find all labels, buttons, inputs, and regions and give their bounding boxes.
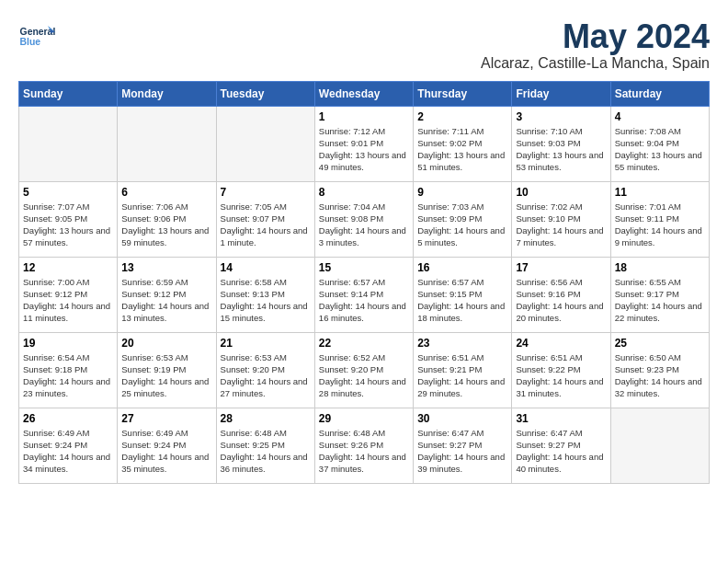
month-title: May 2024 — [481, 18, 710, 55]
calendar-cell: 26Sunrise: 6:49 AMSunset: 9:24 PMDayligh… — [19, 408, 118, 483]
calendar-cell: 16Sunrise: 6:57 AMSunset: 9:15 PMDayligh… — [414, 257, 512, 332]
calendar-cell — [216, 106, 314, 181]
calendar-cell: 20Sunrise: 6:53 AMSunset: 9:19 PMDayligh… — [118, 332, 216, 408]
title-section: May 2024 Alcaraz, Castille-La Mancha, Sp… — [481, 18, 710, 72]
calendar-cell: 25Sunrise: 6:50 AMSunset: 9:23 PMDayligh… — [610, 332, 709, 408]
weekday-header-thursday: Thursday — [414, 81, 512, 106]
day-number: 27 — [121, 412, 211, 425]
day-info: Sunrise: 6:48 AMSunset: 9:25 PMDaylight:… — [221, 427, 311, 476]
day-info: Sunrise: 7:00 AMSunset: 9:12 PMDaylight:… — [23, 276, 113, 325]
day-number: 14 — [221, 261, 311, 274]
svg-text:Blue: Blue — [20, 37, 41, 47]
calendar-cell: 29Sunrise: 6:48 AMSunset: 9:26 PMDayligh… — [314, 408, 413, 483]
day-number: 19 — [23, 337, 113, 350]
calendar-cell: 2Sunrise: 7:11 AMSunset: 9:02 PMDaylight… — [414, 106, 512, 181]
day-info: Sunrise: 7:05 AMSunset: 9:07 PMDaylight:… — [221, 201, 311, 249]
calendar-cell: 19Sunrise: 6:54 AMSunset: 9:18 PMDayligh… — [19, 332, 118, 408]
calendar-cell: 7Sunrise: 7:05 AMSunset: 9:07 PMDaylight… — [216, 181, 314, 257]
day-number: 24 — [516, 337, 606, 350]
day-info: Sunrise: 6:58 AMSunset: 9:13 PMDaylight:… — [221, 276, 311, 325]
calendar-cell: 15Sunrise: 6:57 AMSunset: 9:14 PMDayligh… — [314, 257, 413, 332]
calendar-cell: 18Sunrise: 6:55 AMSunset: 9:17 PMDayligh… — [610, 257, 709, 332]
day-number: 28 — [221, 412, 311, 425]
calendar-cell: 31Sunrise: 6:47 AMSunset: 9:27 PMDayligh… — [512, 408, 610, 483]
day-info: Sunrise: 6:53 AMSunset: 9:20 PMDaylight:… — [221, 351, 311, 400]
day-info: Sunrise: 6:47 AMSunset: 9:27 PMDaylight:… — [516, 427, 606, 476]
day-info: Sunrise: 6:59 AMSunset: 9:12 PMDaylight:… — [121, 276, 211, 325]
week-row-2: 5Sunrise: 7:07 AMSunset: 9:05 PMDaylight… — [19, 181, 710, 257]
weekday-header-tuesday: Tuesday — [216, 81, 314, 106]
day-number: 20 — [121, 337, 211, 350]
calendar-cell: 24Sunrise: 6:51 AMSunset: 9:22 PMDayligh… — [512, 332, 610, 408]
calendar-cell — [610, 408, 709, 483]
day-number: 7 — [221, 186, 311, 199]
calendar-cell: 14Sunrise: 6:58 AMSunset: 9:13 PMDayligh… — [216, 257, 314, 332]
calendar-table: SundayMondayTuesdayWednesdayThursdayFrid… — [18, 81, 710, 484]
day-number: 2 — [417, 110, 507, 123]
calendar-cell: 30Sunrise: 6:47 AMSunset: 9:27 PMDayligh… — [414, 408, 512, 483]
calendar-cell: 3Sunrise: 7:10 AMSunset: 9:03 PMDaylight… — [512, 106, 610, 181]
day-info: Sunrise: 7:01 AMSunset: 9:11 PMDaylight:… — [615, 201, 705, 249]
week-row-1: 1Sunrise: 7:12 AMSunset: 9:01 PMDaylight… — [19, 106, 710, 181]
day-number: 13 — [121, 261, 211, 274]
calendar-cell: 28Sunrise: 6:48 AMSunset: 9:25 PMDayligh… — [216, 408, 314, 483]
week-row-4: 19Sunrise: 6:54 AMSunset: 9:18 PMDayligh… — [19, 332, 710, 408]
day-number: 11 — [615, 186, 705, 199]
day-number: 4 — [615, 110, 705, 123]
logo: General Blue — [18, 18, 60, 55]
day-info: Sunrise: 6:51 AMSunset: 9:21 PMDaylight:… — [417, 351, 507, 400]
day-info: Sunrise: 6:53 AMSunset: 9:19 PMDaylight:… — [121, 351, 211, 400]
calendar-cell: 5Sunrise: 7:07 AMSunset: 9:05 PMDaylight… — [19, 181, 118, 257]
day-number: 30 — [417, 412, 507, 425]
day-number: 5 — [23, 186, 113, 199]
weekday-header-monday: Monday — [118, 81, 216, 106]
day-number: 6 — [121, 186, 211, 199]
calendar-cell: 23Sunrise: 6:51 AMSunset: 9:21 PMDayligh… — [414, 332, 512, 408]
day-number: 8 — [319, 186, 409, 199]
day-info: Sunrise: 7:08 AMSunset: 9:04 PMDaylight:… — [615, 125, 705, 174]
day-number: 9 — [417, 186, 507, 199]
day-info: Sunrise: 6:48 AMSunset: 9:26 PMDaylight:… — [319, 427, 409, 476]
calendar-cell: 4Sunrise: 7:08 AMSunset: 9:04 PMDaylight… — [610, 106, 709, 181]
day-info: Sunrise: 7:10 AMSunset: 9:03 PMDaylight:… — [516, 125, 606, 174]
day-number: 31 — [516, 412, 606, 425]
day-info: Sunrise: 6:49 AMSunset: 9:24 PMDaylight:… — [23, 427, 113, 476]
day-number: 25 — [615, 337, 705, 350]
day-info: Sunrise: 7:06 AMSunset: 9:06 PMDaylight:… — [121, 201, 211, 249]
day-info: Sunrise: 6:55 AMSunset: 9:17 PMDaylight:… — [615, 276, 705, 325]
day-info: Sunrise: 6:49 AMSunset: 9:24 PMDaylight:… — [121, 427, 211, 476]
day-number: 16 — [417, 261, 507, 274]
day-info: Sunrise: 7:03 AMSunset: 9:09 PMDaylight:… — [417, 201, 507, 249]
calendar-cell — [118, 106, 216, 181]
calendar-cell: 13Sunrise: 6:59 AMSunset: 9:12 PMDayligh… — [118, 257, 216, 332]
calendar-cell: 17Sunrise: 6:56 AMSunset: 9:16 PMDayligh… — [512, 257, 610, 332]
weekday-header-sunday: Sunday — [19, 81, 118, 106]
day-info: Sunrise: 6:57 AMSunset: 9:14 PMDaylight:… — [319, 276, 409, 325]
day-number: 3 — [516, 110, 606, 123]
weekday-header-saturday: Saturday — [610, 81, 709, 106]
day-number: 26 — [23, 412, 113, 425]
page-header: General Blue May 2024 Alcaraz, Castille-… — [18, 18, 710, 72]
day-info: Sunrise: 7:11 AMSunset: 9:02 PMDaylight:… — [417, 125, 507, 174]
day-info: Sunrise: 7:12 AMSunset: 9:01 PMDaylight:… — [319, 125, 409, 174]
day-number: 12 — [23, 261, 113, 274]
day-info: Sunrise: 6:57 AMSunset: 9:15 PMDaylight:… — [417, 276, 507, 325]
day-number: 22 — [319, 337, 409, 350]
day-info: Sunrise: 6:47 AMSunset: 9:27 PMDaylight:… — [417, 427, 507, 476]
day-number: 17 — [516, 261, 606, 274]
calendar-cell — [19, 106, 118, 181]
calendar-cell: 1Sunrise: 7:12 AMSunset: 9:01 PMDaylight… — [314, 106, 413, 181]
week-row-5: 26Sunrise: 6:49 AMSunset: 9:24 PMDayligh… — [19, 408, 710, 483]
day-number: 10 — [516, 186, 606, 199]
day-number: 15 — [319, 261, 409, 274]
calendar-cell: 6Sunrise: 7:06 AMSunset: 9:06 PMDaylight… — [118, 181, 216, 257]
week-row-3: 12Sunrise: 7:00 AMSunset: 9:12 PMDayligh… — [19, 257, 710, 332]
day-number: 1 — [319, 110, 409, 123]
day-info: Sunrise: 6:54 AMSunset: 9:18 PMDaylight:… — [23, 351, 113, 400]
calendar-cell: 22Sunrise: 6:52 AMSunset: 9:20 PMDayligh… — [314, 332, 413, 408]
day-number: 21 — [221, 337, 311, 350]
calendar-cell: 11Sunrise: 7:01 AMSunset: 9:11 PMDayligh… — [610, 181, 709, 257]
day-info: Sunrise: 6:51 AMSunset: 9:22 PMDaylight:… — [516, 351, 606, 400]
day-info: Sunrise: 6:52 AMSunset: 9:20 PMDaylight:… — [319, 351, 409, 400]
location: Alcaraz, Castille-La Mancha, Spain — [481, 55, 710, 72]
